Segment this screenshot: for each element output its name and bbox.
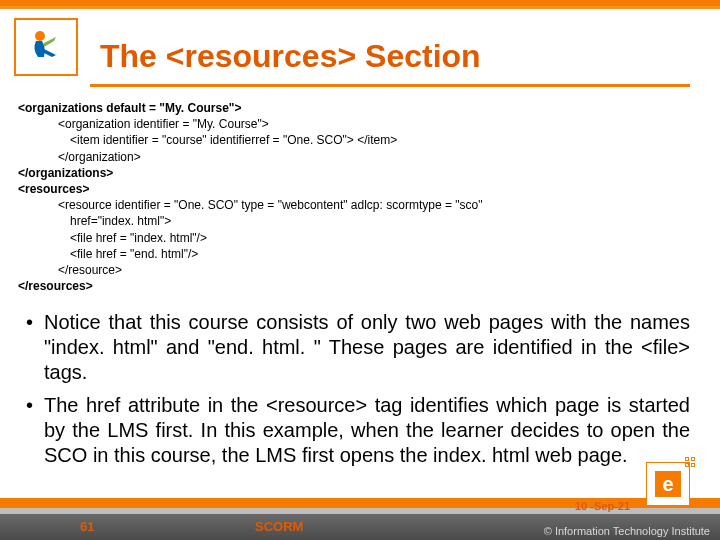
code-line: <organizations default = "My. Course"> — [18, 100, 702, 116]
slide-title: The <resources> Section — [100, 38, 481, 75]
bullet-dot: • — [26, 310, 44, 385]
footer-date: 10 -Sep-21 — [575, 500, 630, 512]
footer-logo-dots-icon — [685, 457, 695, 467]
code-line: </resources> — [18, 278, 702, 294]
bullet-text: Notice that this course consists of only… — [44, 310, 690, 385]
bullet-item: • The href attribute in the <resource> t… — [26, 393, 690, 468]
code-line: </organization> — [18, 149, 702, 165]
footer-center-title: SCORM — [255, 519, 303, 534]
code-line: <organization identifier = "My. Course"> — [18, 116, 702, 132]
logo-icon — [26, 27, 66, 67]
code-line: <file href = "end. html"/> — [18, 246, 702, 262]
code-line: <item identifier = "course" identifierre… — [18, 132, 702, 148]
top-border-thin — [0, 6, 720, 9]
title-underline — [90, 84, 690, 87]
bullet-text: The href attribute in the <resource> tag… — [44, 393, 690, 468]
code-line: href="index. html"> — [18, 213, 702, 229]
bullet-list: • Notice that this course consists of on… — [26, 310, 690, 476]
bullet-dot: • — [26, 393, 44, 468]
code-line: </resource> — [18, 262, 702, 278]
code-line: <file href = "index. html"/> — [18, 230, 702, 246]
footer-logo-letter: e — [655, 471, 681, 497]
code-line: <resource identifier = "One. SCO" type =… — [18, 197, 702, 213]
logo — [14, 18, 78, 76]
svg-point-0 — [35, 31, 45, 41]
footer-copyright: © Information Technology Institute — [544, 525, 710, 537]
xml-code-block: <organizations default = "My. Course"> <… — [18, 100, 702, 294]
footer-logo: e — [646, 462, 690, 506]
page-number: 61 — [80, 519, 94, 534]
code-line: <resources> — [18, 181, 702, 197]
bullet-item: • Notice that this course consists of on… — [26, 310, 690, 385]
code-line: </organizations> — [18, 165, 702, 181]
